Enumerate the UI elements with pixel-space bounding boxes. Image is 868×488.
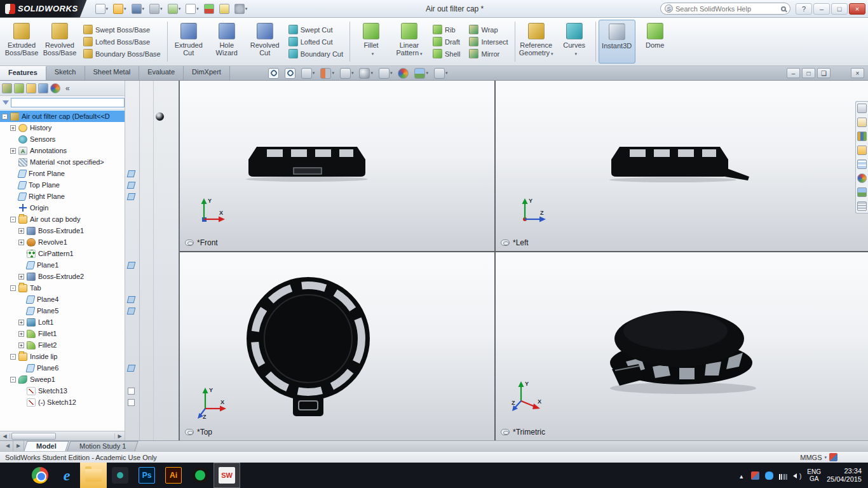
media-app-icon[interactable] — [107, 463, 133, 488]
rib-button[interactable]: Rib — [430, 24, 463, 35]
doc-close-button[interactable]: × — [851, 68, 864, 78]
tree-item[interactable]: Plane6 — [0, 362, 125, 374]
expand-icon[interactable]: + — [18, 320, 24, 325]
language-indicator[interactable]: ENGGA — [807, 468, 821, 482]
tree-item[interactable]: +Loft1 — [0, 316, 125, 328]
draft-button[interactable]: Draft — [430, 36, 463, 47]
tree-item[interactable]: +Fillet1 — [0, 328, 125, 339]
illustrator-icon[interactable]: Ai — [160, 463, 187, 488]
scroll-right-button[interactable]: ▶ — [114, 433, 125, 439]
tree-item[interactable]: Origin — [0, 202, 125, 214]
dimxpertmanager-icon[interactable] — [38, 83, 48, 93]
boundary-boss-button[interactable]: Boundary Boss/Base — [81, 48, 163, 59]
network-icon[interactable] — [779, 471, 787, 480]
display-style-button[interactable]: ▾ — [358, 67, 374, 79]
solidworks-icon[interactable]: SW — [214, 463, 240, 488]
propertymanager-icon[interactable] — [14, 83, 24, 93]
reference-geometry-button[interactable]: ReferenceGeometry ▾ — [518, 20, 555, 64]
filter-input[interactable] — [11, 98, 125, 107]
tree-item[interactable]: -Inside lip — [0, 351, 125, 362]
tab-sketch[interactable]: Sketch — [46, 66, 85, 80]
search-icon[interactable] — [781, 6, 786, 11]
tree-item[interactable]: Sketch13 — [0, 385, 125, 396]
undo-button[interactable]: ▾ — [166, 3, 183, 15]
rebuild-button[interactable] — [202, 3, 216, 15]
tree-item[interactable]: -Tab — [0, 282, 125, 294]
panel-expand-icon[interactable] — [857, 104, 867, 113]
file-explorer-pane-icon[interactable] — [857, 146, 867, 155]
tree-item[interactable]: +Annotations — [0, 145, 125, 156]
linear-pattern-button[interactable]: LinearPattern ▾ — [391, 20, 428, 64]
chrome-icon[interactable] — [27, 463, 53, 488]
custom-properties-icon[interactable] — [857, 201, 867, 211]
tab-motion-study-1[interactable]: Motion Study 1 — [67, 441, 139, 451]
wrap-button[interactable]: Wrap — [466, 24, 510, 35]
panel-scrollbar[interactable]: ◀ ▶ — [0, 431, 125, 440]
tree-item[interactable]: Plane1 — [0, 259, 125, 271]
tree-item[interactable]: (-) Sketch12 — [0, 396, 125, 408]
viewport-left[interactable]: Y Z *Left — [496, 81, 868, 252]
intersect-button[interactable]: Intersect — [466, 36, 510, 47]
minimize-button[interactable]: – — [813, 3, 830, 15]
model-trimetric-view[interactable] — [602, 288, 761, 399]
tab-features[interactable]: Features — [0, 66, 46, 80]
tree-item[interactable]: Top Plane — [0, 179, 125, 191]
expand-icon[interactable]: + — [10, 148, 16, 154]
expand-icon[interactable]: + — [18, 331, 24, 337]
help-button[interactable]: ? — [796, 3, 812, 15]
save-button[interactable]: ▾ — [130, 3, 147, 15]
file-properties-button[interactable] — [217, 3, 231, 15]
model-left-view[interactable] — [602, 143, 754, 185]
tree-item[interactable]: +Boss-Extrude2 — [0, 271, 125, 282]
design-library-icon[interactable] — [857, 132, 867, 141]
scroll-left-button[interactable]: ◀ — [0, 433, 10, 439]
viewport-top[interactable]: Y X Z *Top — [180, 252, 496, 440]
zoom-fit-button[interactable] — [267, 67, 280, 79]
units-selector[interactable]: MMGS ▾ — [800, 453, 863, 461]
internet-explorer-icon[interactable]: e — [53, 463, 80, 488]
maximize-button[interactable]: □ — [831, 3, 848, 15]
fillet-button[interactable]: Fillet ▾ — [353, 20, 390, 64]
hide-show-items-button[interactable]: ▾ — [377, 67, 394, 79]
onedrive-icon[interactable] — [765, 471, 773, 480]
zoom-area-button[interactable] — [283, 67, 297, 79]
tree-item[interactable]: +Boss-Extrude1 — [0, 225, 125, 236]
tree-item[interactable]: Front Plane — [0, 168, 125, 179]
search-input[interactable] — [675, 5, 778, 13]
action-center-icon[interactable] — [751, 471, 759, 480]
select-arrow-button[interactable]: ▾ — [184, 3, 201, 15]
expand-icon[interactable]: + — [18, 240, 24, 245]
collapse-icon[interactable]: - — [10, 354, 16, 360]
expand-icon[interactable]: + — [18, 274, 24, 280]
tree-item[interactable]: Plane4 — [0, 294, 125, 305]
new-document-button[interactable]: ▾ — [93, 3, 111, 15]
close-button[interactable]: × — [849, 3, 865, 15]
options-button[interactable]: ▾ — [233, 3, 250, 15]
spotify-icon[interactable] — [187, 463, 214, 488]
tree-item[interactable]: -Air out cap body — [0, 214, 125, 225]
tree-item[interactable]: CirPattern1 — [0, 248, 125, 259]
doc-minimize-button[interactable]: – — [787, 68, 800, 78]
collapse-icon[interactable]: - — [10, 377, 16, 383]
tree-item[interactable]: Sensors — [0, 133, 125, 145]
clock[interactable]: 23:3425/04/2015 — [827, 467, 862, 484]
collapse-icon[interactable]: - — [10, 285, 16, 291]
apply-scene-button[interactable]: ▾ — [413, 67, 430, 79]
doc-restore-button[interactable]: □ — [802, 68, 815, 78]
configurationmanager-icon[interactable] — [26, 83, 36, 93]
expand-icon[interactable]: + — [18, 342, 24, 348]
lofted-boss-button[interactable]: Lofted Boss/Base — [81, 36, 163, 47]
print-button[interactable]: ▾ — [147, 3, 165, 15]
tree-item[interactable]: Right Plane — [0, 191, 125, 202]
viewport-front[interactable]: Y X *Front — [180, 81, 496, 252]
scene-pane-icon[interactable] — [857, 187, 867, 197]
tab-dimxpert[interactable]: DimXpert — [184, 66, 230, 80]
tree-item[interactable]: -Air out filter cap (Default<<D — [0, 111, 125, 122]
help-search-box[interactable]: S — [660, 3, 790, 15]
open-button[interactable]: ▾ — [111, 3, 128, 15]
tree-item[interactable]: +Fillet2 — [0, 339, 125, 351]
tree-item[interactable]: Material <not specified> — [0, 156, 125, 168]
displaymanager-icon[interactable] — [50, 83, 60, 93]
curves-button[interactable]: Curves ▾ — [556, 20, 593, 64]
tab-scroll-right-button[interactable]: ▶ — [13, 441, 24, 451]
